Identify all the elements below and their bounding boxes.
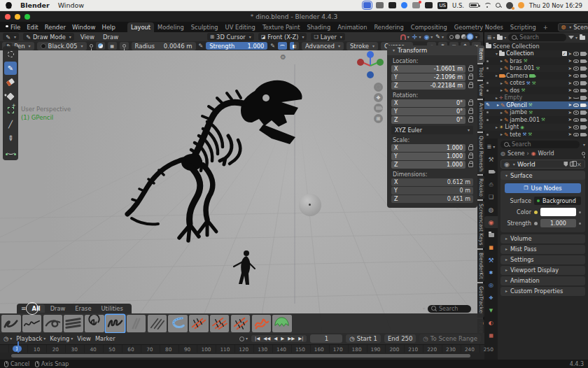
mist-pass-panel-header[interactable]: ▸Mist Pass: [500, 245, 585, 254]
snap-toggle[interactable]: ▾: [400, 34, 410, 40]
lock-icon[interactable]: [468, 67, 473, 71]
jump-to-start-button[interactable]: |◀: [253, 336, 261, 341]
workspace-tab-compositing[interactable]: Compositing: [407, 22, 451, 32]
render-visibility-icon[interactable]: [580, 133, 586, 137]
grease-pencil-options[interactable]: ✎▾: [435, 34, 444, 40]
drawing-plane-selector[interactable]: ◪Front (X-Z)▾: [258, 33, 307, 41]
meet-app-icon[interactable]: [401, 2, 407, 8]
falloff-toggle[interactable]: ◧: [290, 42, 299, 50]
shelf-tab-utilities[interactable]: Utilities: [97, 304, 127, 313]
shading-mode-switcher[interactable]: ▾: [447, 33, 480, 41]
eye-icon[interactable]: [573, 59, 579, 64]
chevron-down-icon[interactable]: ▾: [423, 306, 425, 311]
brush-thumbnail[interactable]: [189, 315, 209, 332]
sidebar-tab-animation[interactable]: Animation: [477, 100, 484, 132]
material-mode-button[interactable]: [96, 42, 105, 50]
use-nodes-button[interactable]: ❒Use Nodes: [505, 183, 581, 193]
tab-modifiers[interactable]: ⚒: [484, 254, 498, 266]
render-visibility-icon[interactable]: [580, 118, 586, 122]
fake-user-icon[interactable]: [564, 162, 568, 167]
erase-tool[interactable]: [4, 76, 17, 89]
asset-shelf-search-input[interactable]: Search: [428, 305, 471, 313]
lock-icon[interactable]: [468, 163, 473, 167]
shelf-tab-erase[interactable]: Erase: [71, 304, 95, 313]
outliner-row-empty[interactable]: ▸✛Empty➤: [484, 94, 588, 102]
outliner-search-input[interactable]: Search: [508, 34, 566, 41]
play-reverse-button[interactable]: ◀: [272, 336, 279, 341]
gizmo-y-axis[interactable]: [377, 59, 384, 66]
tab-texture[interactable]: ▦: [484, 330, 498, 341]
pivot-point-selector[interactable]: ◉▾: [424, 34, 433, 41]
navigation-gizmo[interactable]: [354, 50, 386, 81]
menu-file[interactable]: File: [10, 24, 20, 31]
sidebar-tab-view[interactable]: View: [477, 81, 484, 99]
selectable-icon[interactable]: ➤: [568, 95, 572, 101]
render-visibility-icon[interactable]: [580, 59, 586, 64]
brush-thumbnail[interactable]: [210, 315, 230, 332]
wireframe-shading-icon[interactable]: [449, 35, 454, 39]
pin-icon[interactable]: [582, 152, 585, 155]
brush-thumbnail[interactable]: [1, 315, 21, 332]
selectable-icon[interactable]: ➤: [568, 73, 572, 78]
render-visibility-icon[interactable]: [580, 89, 586, 93]
display-mode-icon[interactable]: ⁘: [414, 306, 419, 311]
new-collection-button[interactable]: [580, 36, 585, 40]
outliner-row-dos[interactable]: ▸✎dos⚒➤: [484, 87, 588, 94]
eye-icon[interactable]: [573, 125, 579, 129]
menu-render[interactable]: Render: [45, 24, 66, 31]
tab-view-layer[interactable]: ❏: [484, 191, 498, 203]
tab-object[interactable]: ■: [484, 241, 498, 253]
custom-properties-panel-header[interactable]: ▸Custom Properties: [500, 287, 585, 296]
eye-icon[interactable]: [573, 111, 579, 115]
selectable-icon[interactable]: ➤: [568, 125, 572, 130]
selectable-icon[interactable]: ➤: [568, 132, 572, 137]
material-selector[interactable]: Black.005▾: [37, 42, 87, 50]
playback-menu[interactable]: Playback▾: [16, 335, 46, 342]
input-source-icon[interactable]: US: [438, 2, 447, 9]
rotation-x-field[interactable]: X0°: [391, 99, 465, 107]
render-visibility-icon[interactable]: [580, 104, 586, 108]
play-button[interactable]: ▶: [279, 336, 286, 341]
battery-icon[interactable]: [469, 3, 479, 8]
lock-icon[interactable]: [468, 155, 473, 159]
selectable-icon[interactable]: ➤: [568, 51, 572, 57]
advanced-popover[interactable]: Advanced▾: [302, 42, 344, 50]
scrollbar-thumb[interactable]: [11, 354, 470, 358]
color-swatch[interactable]: [540, 208, 576, 216]
scene-selector[interactable]: ◍▾ Scene ×: [558, 23, 588, 31]
surface-panel-header[interactable]: ▾Surface: [500, 171, 585, 180]
view-menu[interactable]: View: [78, 34, 97, 41]
brush-texture-button[interactable]: ▦: [108, 42, 117, 50]
user-avatar-icon[interactable]: [506, 2, 513, 9]
shelf-tab-draw[interactable]: Draw: [46, 304, 70, 313]
animate-color-dot[interactable]: [579, 211, 581, 213]
outliner-row-jambe-001[interactable]: ▸✎jambe.001⚒➤: [484, 116, 588, 124]
world-datablock-selector[interactable]: ◉▾ World ×: [500, 160, 585, 169]
workspace-tab-shading[interactable]: Shading: [303, 22, 334, 32]
solid-shading-icon[interactable]: [455, 34, 460, 39]
draw-menu[interactable]: Draw: [101, 34, 120, 41]
camera-status-icon[interactable]: [376, 2, 384, 8]
outliner-row-jambe[interactable]: ▸✎jambe⚒➤: [484, 109, 588, 117]
outliner-row-bras-001[interactable]: ▸✎bras.001⚒➤: [484, 65, 588, 73]
breadcrumb-world[interactable]: World: [538, 150, 554, 157]
workspace-tab-rendering[interactable]: Rendering: [370, 22, 407, 32]
location-y-field[interactable]: Y-2.1096 m: [391, 73, 465, 81]
outliner-row-bras[interactable]: ▸✎bras⚒➤: [484, 57, 588, 65]
breadcrumb-scene[interactable]: Scene: [507, 150, 524, 157]
tab-output[interactable]: ⎙: [484, 178, 498, 190]
brush-thumbnail[interactable]: [22, 315, 42, 332]
selectable-icon[interactable]: ➤: [568, 58, 572, 64]
jump-to-end-button[interactable]: ▶|: [297, 336, 304, 341]
editor-type-button[interactable]: ✎▾: [3, 33, 19, 41]
spotlight-icon[interactable]: [496, 3, 501, 8]
current-frame-field[interactable]: 1: [310, 334, 342, 343]
siri-icon[interactable]: [518, 2, 524, 8]
tab-constraints[interactable]: ✥: [484, 292, 498, 304]
properties-search-input[interactable]: Search: [500, 141, 580, 148]
render-visibility-icon[interactable]: [580, 81, 586, 85]
selectable-icon[interactable]: ➤: [568, 102, 572, 108]
strength-slider[interactable]: Strength1.000: [206, 42, 267, 50]
properties-editor-type[interactable]: ☰▾: [484, 141, 498, 153]
selectable-icon[interactable]: ➤: [568, 87, 572, 93]
